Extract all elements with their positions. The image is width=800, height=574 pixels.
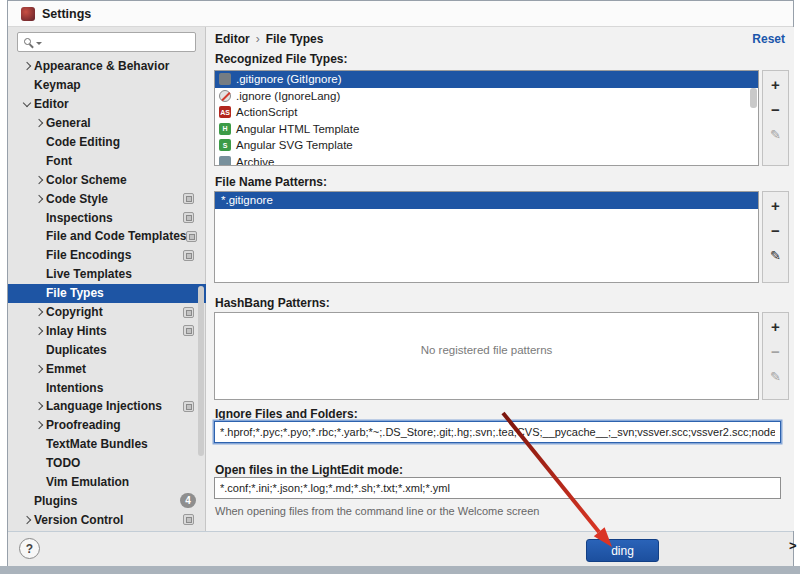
- pattern-row[interactable]: *.gitignore: [215, 192, 758, 209]
- actionscript-file-icon: AS: [219, 106, 231, 118]
- sidebar-item[interactable]: Copyright: [8, 303, 206, 322]
- sidebar-item-label: Vim Emulation: [46, 475, 129, 489]
- add-hashbang-button[interactable]: +: [767, 318, 785, 335]
- chevron-right-icon[interactable]: [34, 327, 42, 335]
- sidebar-item[interactable]: File Types: [8, 284, 206, 303]
- plugins-count-badge: 4: [180, 493, 196, 508]
- file-type-row[interactable]: .gitignore (GitIgnore): [215, 71, 758, 88]
- sidebar-item-label: File Encodings: [46, 248, 131, 262]
- file-type-row[interactable]: S Angular SVG Template: [215, 137, 758, 154]
- breadcrumb: Editor › File Types: [215, 32, 323, 46]
- sidebar-item[interactable]: Code Style: [8, 189, 206, 208]
- sidebar-item[interactable]: Appearance & Behavior: [8, 57, 206, 76]
- settings-dialog-icon: [21, 7, 35, 21]
- sidebar-item[interactable]: Vim Emulation: [8, 473, 206, 492]
- tree-arrow-slot: [31, 196, 46, 202]
- empty-list-message: No registered file patterns: [215, 313, 758, 356]
- settings-search-box[interactable]: [17, 32, 196, 52]
- chevron-down-icon[interactable]: [22, 98, 30, 106]
- chevron-right-icon[interactable]: [34, 119, 42, 127]
- sidebar-item[interactable]: Version Control: [8, 510, 206, 529]
- sidebar-item[interactable]: Font: [8, 151, 206, 170]
- add-file-type-button[interactable]: +: [767, 76, 785, 93]
- sidebar-item[interactable]: Inlay Hints: [8, 321, 206, 340]
- recognized-file-types-list[interactable]: .gitignore (GitIgnore) .ignore (IgnoreLa…: [214, 70, 759, 166]
- sidebar-item-label: Font: [46, 154, 72, 168]
- sidebar-item[interactable]: Duplicates: [8, 340, 206, 359]
- per-project-settings-icon: [183, 401, 194, 412]
- file-type-row[interactable]: H Angular HTML Template: [215, 121, 758, 138]
- hashbang-patterns-list[interactable]: No registered file patterns: [214, 312, 759, 400]
- per-project-settings-icon: [183, 514, 194, 525]
- chevron-right-icon[interactable]: [34, 364, 42, 372]
- sidebar-item[interactable]: Proofreading: [8, 416, 206, 435]
- settings-sidebar: Appearance & Behavior Keymap: [8, 27, 206, 531]
- chevron-right-icon[interactable]: [34, 194, 42, 202]
- chevron-right-icon[interactable]: [34, 421, 42, 429]
- sidebar-item-label: Emmet: [46, 362, 86, 376]
- sidebar-item[interactable]: Keymap: [8, 76, 206, 95]
- title-bar: Settings: [8, 1, 793, 27]
- file-type-row[interactable]: .ignore (IgnoreLang): [215, 88, 758, 105]
- sidebar-item[interactable]: Language Injections: [8, 397, 206, 416]
- sidebar-item-label: Intentions: [46, 381, 103, 395]
- sidebar-item[interactable]: TextMate Bundles: [8, 435, 206, 454]
- edit-file-type-button[interactable]: ✎: [767, 126, 785, 143]
- remove-pattern-button[interactable]: −: [767, 222, 785, 239]
- tree-arrow-slot: [31, 328, 46, 334]
- settings-dialog: Settings Appearance & Behavior: [7, 0, 794, 566]
- file-type-row[interactable]: AS ActionScript: [215, 104, 758, 121]
- file-type-row[interactable]: Archive: [215, 154, 758, 167]
- sidebar-item[interactable]: File Encodings: [8, 246, 206, 265]
- file-type-name: ActionScript: [236, 106, 297, 118]
- recognized-list-scrollbar-thumb[interactable]: [750, 88, 757, 108]
- sidebar-item[interactable]: Color Scheme: [8, 170, 206, 189]
- file-name-patterns-list[interactable]: *.gitignore: [214, 191, 759, 283]
- breadcrumb-editor[interactable]: Editor: [215, 32, 250, 46]
- sidebar-item-label: Code Style: [46, 192, 108, 206]
- chevron-right-icon[interactable]: [34, 402, 42, 410]
- help-button[interactable]: ?: [19, 538, 40, 559]
- sidebar-item[interactable]: Code Editing: [8, 133, 206, 152]
- reset-link[interactable]: Reset: [752, 32, 785, 46]
- file-type-name: .gitignore (GitIgnore): [236, 73, 341, 85]
- lightedit-input[interactable]: [214, 477, 781, 499]
- ignore-slash-mark: [221, 92, 230, 101]
- tree-arrow-slot: [31, 177, 46, 183]
- sidebar-item[interactable]: File and Code Templates: [8, 227, 206, 246]
- file-type-name: Angular HTML Template: [236, 123, 359, 135]
- settings-tree: Appearance & Behavior Keymap: [8, 57, 206, 529]
- remove-file-type-button[interactable]: −: [767, 101, 785, 118]
- sidebar-item-label: Language Injections: [46, 399, 162, 413]
- lightedit-hint: When opening files from the command line…: [215, 505, 539, 517]
- file-name-patterns-label: File Name Patterns:: [215, 175, 327, 189]
- tree-arrow-slot: [31, 120, 46, 126]
- search-input[interactable]: [42, 35, 205, 49]
- sidebar-item-label: TODO: [46, 456, 80, 470]
- sidebar-item[interactable]: Editor: [8, 95, 206, 114]
- chevron-right-icon[interactable]: [34, 308, 42, 316]
- sidebar-item[interactable]: Emmet: [8, 359, 206, 378]
- edit-hashbang-button[interactable]: ✎: [767, 368, 785, 385]
- ignore-files-label: Ignore Files and Folders:: [215, 407, 358, 421]
- sidebar-scrollbar-thumb[interactable]: [198, 286, 204, 456]
- add-pattern-button[interactable]: +: [767, 197, 785, 214]
- chevron-right-icon[interactable]: [22, 62, 30, 70]
- sidebar-item[interactable]: General: [8, 114, 206, 133]
- patterns-list-toolbar: +−✎: [762, 191, 789, 283]
- chevron-right-icon[interactable]: [22, 516, 30, 524]
- remove-hashbang-button[interactable]: −: [767, 343, 785, 360]
- sidebar-item[interactable]: Inspections: [8, 208, 206, 227]
- ignore-files-input[interactable]: [214, 421, 781, 443]
- sidebar-item[interactable]: Plugins 4: [8, 491, 206, 510]
- search-icon: [24, 38, 31, 45]
- gitignore-file-icon: [219, 73, 231, 85]
- edit-pattern-button[interactable]: ✎: [767, 247, 785, 264]
- sidebar-item[interactable]: TODO: [8, 454, 206, 473]
- per-project-settings-icon: [183, 193, 194, 204]
- sidebar-item-label: Appearance & Behavior: [34, 59, 169, 73]
- sidebar-item[interactable]: Intentions: [8, 378, 206, 397]
- ok-button[interactable]: ding: [586, 539, 659, 562]
- chevron-right-icon[interactable]: [34, 176, 42, 184]
- sidebar-item[interactable]: Live Templates: [8, 265, 206, 284]
